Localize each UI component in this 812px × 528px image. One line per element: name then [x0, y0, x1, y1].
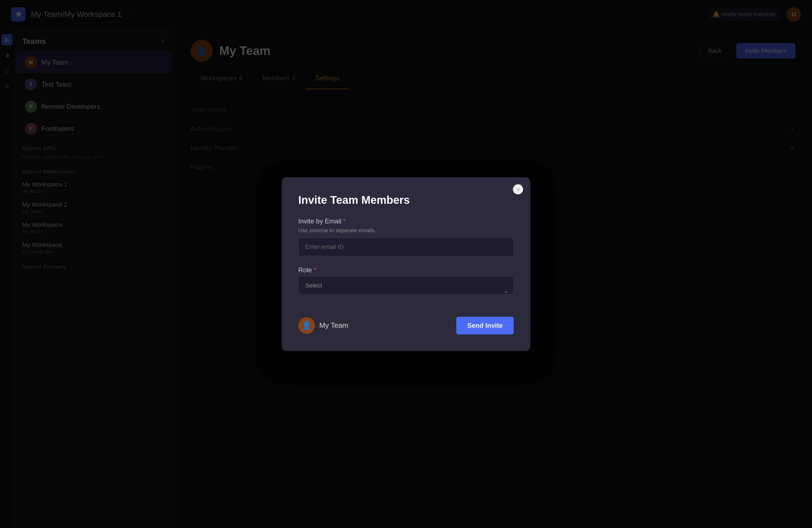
modal-close-button[interactable]: × [512, 184, 524, 195]
modal-overlay: × Invite Team Members Invite by Email * … [0, 0, 812, 528]
modal-team-avatar: 👤 [298, 317, 315, 334]
role-select[interactable]: Select Admin Member Viewer [298, 276, 514, 295]
role-select-wrapper: Select Admin Member Viewer ⌄ [298, 276, 514, 306]
email-label: Invite by Email * [298, 217, 514, 225]
email-hint: Use comma to separate emails. [298, 227, 514, 234]
modal-footer: 👤 My Team Send Invite [298, 317, 514, 334]
role-label: Role * [298, 266, 514, 274]
email-required-marker: * [343, 217, 346, 225]
invite-team-members-modal: × Invite Team Members Invite by Email * … [282, 177, 530, 351]
modal-team-info: 👤 My Team [298, 317, 348, 334]
email-input[interactable] [298, 237, 514, 256]
send-invite-button[interactable]: Send Invite [456, 317, 514, 334]
modal-title: Invite Team Members [298, 194, 514, 206]
modal-team-name-label: My Team [319, 321, 348, 330]
close-icon: × [516, 186, 520, 193]
role-required-marker: * [314, 266, 316, 274]
